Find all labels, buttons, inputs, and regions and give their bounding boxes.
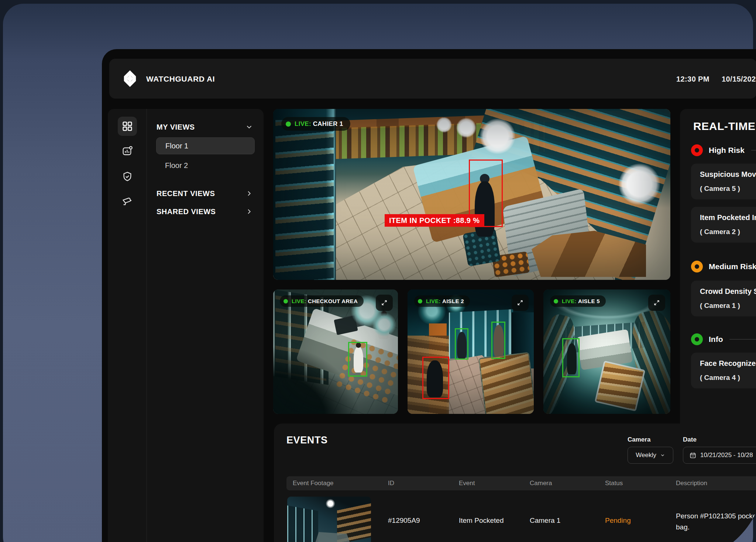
expand-icon: [516, 299, 524, 306]
camera-feed-aisle-2[interactable]: LIVE: AISLE 2: [408, 289, 534, 414]
event-description-line2: bag.: [676, 522, 756, 533]
app-title: WATCHGUARD AI: [146, 75, 215, 83]
analytics-icon: [121, 145, 133, 157]
alert-text: Suspicious Movmen: [700, 170, 756, 179]
live-badge: LIVE: CAHIER 1: [281, 117, 350, 131]
alert-level-label: Medium Risk: [709, 262, 756, 271]
sidebar-item-floor-2[interactable]: Floor 2: [165, 161, 188, 170]
camera-name: AISLE 5: [578, 298, 600, 304]
current-date: 10/15/2025: [722, 75, 756, 83]
col-event-footage: Event Footage: [293, 476, 334, 490]
live-label: LIVE:: [426, 298, 441, 304]
high-risk-ring-icon: [691, 144, 703, 156]
live-label: LIVE:: [295, 120, 311, 127]
camera-filter-dropdown[interactable]: Weekly: [628, 447, 673, 464]
events-table-header: Event Footage ID Event Camera Status Des…: [286, 476, 756, 490]
events-title: EVENTS: [286, 435, 328, 446]
camera-feed-checkout-area[interactable]: LIVE: CHECKOUT AREA: [273, 289, 398, 414]
expand-button[interactable]: [376, 295, 393, 311]
alert-card[interactable]: Suspicious Movmen ( Camera 5 ): [691, 164, 756, 199]
col-description: Description: [676, 476, 707, 490]
detection-box-green: [562, 338, 580, 377]
alert-level-label: High Risk: [709, 146, 745, 155]
shared-views-label: SHARED VIEWS: [157, 207, 216, 216]
live-badge: LIVE: AISLE 2: [414, 295, 470, 307]
chevron-right-icon: [245, 189, 253, 198]
camera-filter-label: Camera: [628, 436, 650, 443]
left-sidebar: MY VIEWS Floor 1 Floor 2 RECENT VIEWS SH…: [108, 109, 264, 542]
chevron-right-icon: [245, 207, 253, 216]
shield-check-icon: [121, 171, 133, 182]
current-time: 12:30 PM: [676, 75, 709, 83]
events-panel: EVENTS Camera Date Weekly 10/21/2025 - 1…: [274, 423, 756, 542]
expand-icon: [381, 299, 388, 306]
nav-security-button[interactable]: [121, 170, 134, 183]
detection-box-red: [422, 357, 449, 399]
top-bar: WATCHGUARD AI 12:30 PM 10/15/2025: [109, 59, 756, 99]
col-event: Event: [459, 476, 475, 490]
scene-decor: [287, 505, 318, 542]
status-badge: Pending: [605, 517, 631, 525]
live-label: LIVE:: [292, 298, 306, 304]
recent-views-section-header[interactable]: RECENT VIEWS: [157, 189, 253, 198]
alert-camera: ( Camera 2 ): [700, 228, 756, 236]
camera-feed-aisle-5[interactable]: LIVE: AISLE 5: [543, 289, 670, 414]
alert-card[interactable]: Face Recognized: E ( Camera 4 ): [691, 353, 756, 388]
nav-cameras-button[interactable]: [121, 195, 134, 208]
camera-filter-value: Weekly: [636, 452, 656, 459]
scene-decor: [326, 499, 335, 508]
live-dot-icon: [554, 299, 558, 303]
sidebar-item-floor-1[interactable]: Floor 1: [156, 137, 255, 154]
camera-feed-cahier-1[interactable]: ITEM IN POCKET :88.9 % LIVE: CAHIER 1: [273, 109, 670, 280]
info-ring-icon: [691, 333, 703, 345]
event-camera: Camera 1: [530, 517, 560, 525]
alert-camera: ( Camera 1 ): [700, 302, 756, 310]
live-badge: LIVE: CHECKOUT AREA: [280, 295, 364, 307]
alert-text: Item Pocketed In Ai: [700, 213, 756, 222]
event-footage-thumbnail[interactable]: [287, 497, 371, 542]
date-range-input[interactable]: 10/21/2025 - 10/28: [683, 447, 756, 464]
watchguard-logo-icon: [120, 69, 140, 88]
alert-card[interactable]: Crowd Density Spik ( Camera 1 ): [691, 281, 756, 316]
nav-grid-view-button[interactable]: [118, 117, 137, 136]
date-range-value: 10/21/2025 - 10/28: [700, 452, 753, 459]
grid-icon: [121, 120, 134, 133]
floor-1-label: Floor 1: [165, 142, 188, 150]
alert-text: Crowd Density Spik: [700, 287, 756, 296]
detection-box-green: [348, 342, 367, 377]
event-description: Person #P1021305 pocke bag.: [676, 511, 756, 533]
my-views-section-header[interactable]: MY VIEWS: [157, 122, 253, 132]
divider: [751, 150, 756, 151]
alert-card[interactable]: Item Pocketed In Ai ( Camera 2 ): [691, 207, 756, 243]
alert-camera: ( Camera 5 ): [700, 185, 756, 193]
col-status: Status: [605, 476, 623, 490]
event-type: Item Pocketed: [459, 517, 504, 525]
expand-icon: [653, 299, 660, 306]
live-dot-icon: [418, 299, 422, 303]
alert-text: Face Recognized: E: [700, 359, 756, 368]
nav-analytics-button[interactable]: [121, 145, 134, 157]
my-views-label: MY VIEWS: [157, 123, 195, 131]
camera-name: CAHIER 1: [313, 120, 343, 127]
divider: [729, 339, 756, 340]
alert-group-medium-risk: Medium Risk: [691, 260, 756, 273]
expand-button[interactable]: [512, 295, 529, 311]
icon-rail: [108, 109, 147, 542]
realtime-alerts-panel: REAL-TIME AL High Risk Suspicious Movmen…: [680, 109, 756, 431]
chevron-down-icon: [245, 123, 253, 131]
camera-name: AISLE 2: [442, 298, 464, 304]
chevron-down-icon: [660, 453, 665, 458]
expand-button[interactable]: [648, 295, 665, 311]
alert-camera: ( Camera 4 ): [700, 374, 756, 382]
live-dot-icon: [286, 121, 291, 127]
medium-risk-ring-icon: [691, 261, 703, 272]
camera-name: CHECKOUT AREA: [308, 298, 358, 304]
cctv-camera-icon: [121, 196, 133, 207]
recent-views-label: RECENT VIEWS: [157, 189, 215, 198]
live-badge: LIVE: AISLE 5: [550, 295, 606, 307]
col-camera: Camera: [530, 476, 552, 490]
calendar-icon: [689, 452, 697, 459]
shared-views-section-header[interactable]: SHARED VIEWS: [157, 207, 253, 216]
date-filter-label: Date: [683, 436, 697, 443]
alerts-title: REAL-TIME AL: [693, 120, 756, 133]
